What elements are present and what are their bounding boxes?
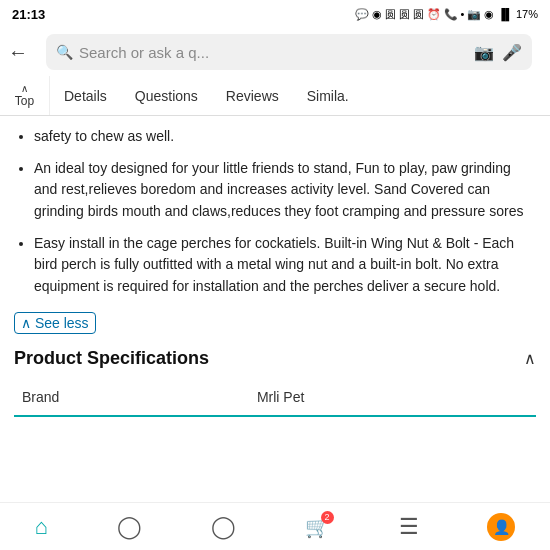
status-time: 21:13 bbox=[12, 7, 45, 22]
see-less-label: ∧ See less bbox=[21, 315, 89, 331]
back-button[interactable]: ← bbox=[8, 41, 28, 64]
sim-icon: 圆 bbox=[385, 7, 396, 22]
signal-icon: ◉ bbox=[372, 8, 382, 21]
tab-similar[interactable]: Simila. bbox=[293, 76, 363, 115]
sim2-icon: 圆 bbox=[399, 7, 410, 22]
tab-top-label: Top bbox=[15, 94, 34, 108]
battery: 17% bbox=[516, 8, 538, 20]
dot-icon: • bbox=[461, 8, 465, 20]
mic-icon[interactable]: 🎤 bbox=[502, 43, 522, 62]
tab-navigation: ∧ Top Details Questions Reviews Simila. bbox=[0, 76, 550, 116]
spec-key: Brand bbox=[14, 379, 249, 416]
account-icon: ◯ bbox=[211, 514, 236, 540]
see-less-button[interactable]: ∧ See less bbox=[14, 312, 96, 334]
camera-search-icon[interactable]: 📷 bbox=[474, 43, 494, 62]
camera-icon: 📷 bbox=[467, 8, 481, 21]
home-icon: ⌂ bbox=[34, 514, 47, 540]
bottom-nav-menu[interactable]: ☰ bbox=[399, 514, 419, 540]
orders-icon: ◯ bbox=[117, 514, 142, 540]
bottom-nav-home[interactable]: ⌂ bbox=[34, 514, 47, 540]
feature-list: safety to chew as well. An ideal toy des… bbox=[14, 126, 536, 298]
spec-table: Brand Mrli Pet bbox=[14, 379, 536, 417]
status-icons: 💬 ◉ 圆 圆 圆 ⏰ 📞 • 📷 ◉ ▐▌ 17% bbox=[355, 7, 538, 22]
cart-badge-count: 2 bbox=[321, 511, 334, 524]
spec-header: Product Specifications ∧ bbox=[14, 348, 536, 369]
spec-value: Mrli Pet bbox=[249, 379, 536, 416]
table-row: Brand Mrli Pet bbox=[14, 379, 536, 416]
sim3-icon: 圆 bbox=[413, 7, 424, 22]
search-input-placeholder[interactable]: Search or ask a q... bbox=[79, 44, 474, 61]
tab-details[interactable]: Details bbox=[50, 76, 121, 115]
list-item: An ideal toy designed for your little fr… bbox=[34, 158, 536, 223]
tab-questions[interactable]: Questions bbox=[121, 76, 212, 115]
profile-avatar: 👤 bbox=[487, 513, 515, 541]
location-icon: ◉ bbox=[484, 8, 494, 21]
list-item: Easy install in the cage perches for coc… bbox=[34, 233, 536, 298]
tab-top[interactable]: ∧ Top bbox=[0, 76, 50, 115]
menu-icon: ☰ bbox=[399, 514, 419, 540]
status-bar: 21:13 💬 ◉ 圆 圆 圆 ⏰ 📞 • 📷 ◉ ▐▌ 17% bbox=[0, 0, 550, 28]
bottom-navigation: ⌂ ◯ ◯ 🛒 2 ☰ 👤 bbox=[0, 502, 550, 550]
phone-icon: 📞 bbox=[444, 8, 458, 21]
bottom-nav-cart[interactable]: 🛒 2 bbox=[305, 515, 330, 539]
bottom-nav-profile[interactable]: 👤 bbox=[487, 513, 515, 541]
search-icon: 🔍 bbox=[56, 44, 73, 60]
main-content: safety to chew as well. An ideal toy des… bbox=[0, 116, 550, 506]
alarm-icon: ⏰ bbox=[427, 8, 441, 21]
search-row: ← 🔍 Search or ask a q... 📷 🎤 bbox=[0, 28, 550, 76]
search-bar-right: 📷 🎤 bbox=[474, 43, 522, 62]
avatar-icon: 👤 bbox=[493, 519, 510, 535]
signal-bars: ▐▌ bbox=[497, 8, 513, 20]
tab-reviews[interactable]: Reviews bbox=[212, 76, 293, 115]
bottom-nav-account[interactable]: ◯ bbox=[211, 514, 236, 540]
spec-chevron-icon[interactable]: ∧ bbox=[524, 349, 536, 368]
top-arrow-icon: ∧ bbox=[21, 83, 28, 94]
message-icon: 💬 bbox=[355, 8, 369, 21]
spec-title: Product Specifications bbox=[14, 348, 209, 369]
search-bar[interactable]: 🔍 Search or ask a q... 📷 🎤 bbox=[46, 34, 532, 70]
bottom-nav-search[interactable]: ◯ bbox=[117, 514, 142, 540]
list-item: safety to chew as well. bbox=[34, 126, 536, 148]
